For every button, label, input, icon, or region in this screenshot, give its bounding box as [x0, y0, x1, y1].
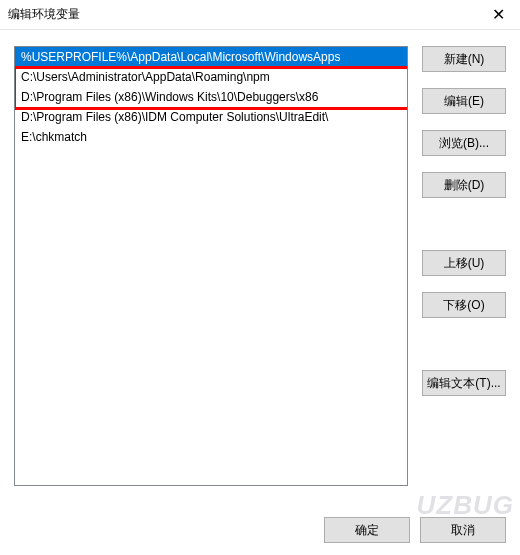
browse-button[interactable]: 浏览(B)... — [422, 130, 506, 156]
list-item[interactable]: %USERPROFILE%\AppData\Local\Microsoft\Wi… — [15, 47, 407, 67]
window-title: 编辑环境变量 — [8, 6, 80, 23]
dialog-footer: 确定 取消 — [324, 517, 506, 543]
dialog-body: %USERPROFILE%\AppData\Local\Microsoft\Wi… — [0, 30, 520, 505]
move-up-button[interactable]: 上移(U) — [422, 250, 506, 276]
path-listbox[interactable]: %USERPROFILE%\AppData\Local\Microsoft\Wi… — [14, 46, 408, 486]
move-down-button[interactable]: 下移(O) — [422, 292, 506, 318]
cancel-button[interactable]: 取消 — [420, 517, 506, 543]
list-item[interactable]: D:\Program Files (x86)\Windows Kits\10\D… — [15, 87, 407, 107]
ok-button[interactable]: 确定 — [324, 517, 410, 543]
list-item[interactable]: E:\chkmatch — [15, 127, 407, 147]
edit-button[interactable]: 编辑(E) — [422, 88, 506, 114]
edit-text-button[interactable]: 编辑文本(T)... — [422, 370, 506, 396]
button-column: 新建(N) 编辑(E) 浏览(B)... 删除(D) 上移(U) 下移(O) 编… — [422, 46, 506, 505]
list-item[interactable]: D:\Program Files (x86)\IDM Computer Solu… — [15, 107, 407, 127]
new-button[interactable]: 新建(N) — [422, 46, 506, 72]
list-item[interactable]: C:\Users\Administrator\AppData\Roaming\n… — [15, 67, 407, 87]
delete-button[interactable]: 删除(D) — [422, 172, 506, 198]
close-icon[interactable]: ✕ — [486, 7, 510, 23]
titlebar: 编辑环境变量 ✕ — [0, 0, 520, 30]
